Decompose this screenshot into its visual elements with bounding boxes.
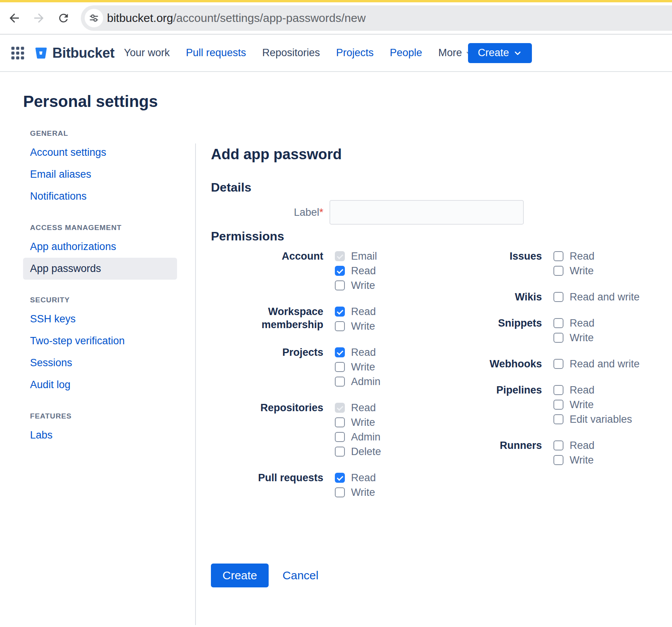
sidebar-section-general: GENERAL Account settings Email aliases N…	[23, 129, 177, 207]
create-button[interactable]: Create	[211, 564, 269, 587]
checkbox-runners-read[interactable]	[553, 440, 563, 450]
option-label: Read	[351, 347, 376, 359]
permission-options: Read Write Admin	[335, 345, 381, 389]
checkbox-projects-admin[interactable]	[335, 377, 345, 387]
permission-option: Write	[553, 263, 595, 278]
permission-group-issues: Issues Read Write	[426, 249, 660, 278]
permission-option: Read	[335, 400, 381, 415]
permission-options: Read and write	[553, 357, 640, 371]
permission-options: Read Write	[553, 316, 595, 345]
permission-option: Write	[335, 415, 381, 430]
option-label: Read	[351, 472, 376, 484]
checkbox-snippets-read[interactable]	[553, 318, 563, 328]
sidebar-section-security: SECURITY SSH keys Two-step verification …	[23, 296, 177, 396]
bitbucket-logo[interactable]: Bitbucket	[33, 45, 114, 61]
checkbox-snippets-write[interactable]	[553, 333, 563, 343]
page-title: Personal settings	[23, 92, 158, 111]
content-divider	[195, 143, 196, 625]
checkbox-projects-write[interactable]	[335, 362, 345, 372]
nav-item-people[interactable]: People	[390, 47, 422, 59]
permission-group-name: Pull requests	[211, 470, 323, 500]
option-label: Read and write	[570, 358, 640, 370]
permission-group-projects: Projects Read Write Admin	[211, 345, 426, 389]
sidebar-item-sessions[interactable]: Sessions	[23, 352, 177, 374]
permission-group-name: Webhooks	[426, 357, 542, 371]
permission-option: Read and write	[553, 357, 640, 371]
checkbox-wikis-read-write[interactable]	[553, 292, 563, 302]
sidebar-item-notifications[interactable]: Notifications	[23, 185, 177, 207]
nav-item-pull-requests[interactable]: Pull requests	[186, 47, 246, 59]
permission-group-webhooks: Webhooks Read and write	[426, 357, 660, 371]
url-text[interactable]: bitbucket.org/account/settings/app-passw…	[107, 5, 366, 31]
checkbox-pull-requests-write[interactable]	[335, 487, 345, 497]
sidebar-item-email-aliases[interactable]: Email aliases	[23, 163, 177, 185]
bitbucket-bucket-icon	[33, 45, 48, 61]
sidebar-item-account-settings[interactable]: Account settings	[23, 142, 177, 163]
checkbox-workspace-read[interactable]	[335, 307, 345, 317]
checkbox-repositories-write[interactable]	[335, 417, 345, 427]
checkbox-pull-requests-read[interactable]	[335, 473, 345, 483]
checkbox-pipelines-read[interactable]	[553, 385, 563, 395]
checkbox-pipelines-write[interactable]	[553, 400, 563, 410]
checkbox-issues-write[interactable]	[553, 266, 563, 276]
label-input[interactable]	[329, 200, 524, 225]
sidebar-heading-security: SECURITY	[30, 296, 177, 304]
nav-item-projects[interactable]: Projects	[336, 47, 374, 59]
browser-back-icon[interactable]	[7, 11, 22, 25]
checkbox-account-email[interactable]	[335, 251, 345, 261]
sidebar-item-app-passwords[interactable]: App passwords	[23, 258, 177, 280]
browser-refresh-icon[interactable]	[56, 11, 71, 25]
sidebar-item-audit-log[interactable]: Audit log	[23, 374, 177, 396]
checkbox-runners-write[interactable]	[553, 455, 563, 465]
browser-forward-icon[interactable]	[32, 11, 46, 25]
navbar-links: Your work Pull requests Repositories Pro…	[124, 35, 473, 71]
option-label: Read	[570, 250, 595, 262]
navbar-create-button[interactable]: Create	[468, 43, 532, 63]
checkbox-webhooks-read-write[interactable]	[553, 359, 563, 369]
checkbox-repositories-admin[interactable]	[335, 432, 345, 442]
sidebar-item-app-authorizations[interactable]: App authorizations	[23, 236, 177, 258]
permission-options: Read Write	[553, 438, 595, 467]
permission-group-name: Wikis	[426, 290, 542, 304]
permissions-column-left: Account Email Read Write	[211, 249, 426, 511]
option-label: Write	[351, 361, 375, 373]
checkbox-account-read[interactable]	[335, 266, 345, 276]
permission-options: Read Write Admin Delete	[335, 400, 381, 459]
permission-option: Read	[553, 438, 595, 453]
sidebar-item-ssh-keys[interactable]: SSH keys	[23, 308, 177, 330]
permissions-grid: Account Email Read Write	[211, 249, 660, 511]
option-label: Read	[570, 440, 595, 452]
permission-option: Write	[335, 485, 376, 500]
permissions-column-right: Issues Read Write Wikis	[426, 249, 660, 511]
permission-group-repositories: Repositories Read Write Admin	[211, 400, 426, 459]
option-label: Write	[351, 417, 375, 429]
checkbox-workspace-write[interactable]	[335, 321, 345, 331]
sidebar-item-labs[interactable]: Labs	[23, 424, 177, 446]
checkbox-account-write[interactable]	[335, 280, 345, 290]
checkbox-issues-read[interactable]	[553, 251, 563, 261]
address-bar[interactable]: bitbucket.org/account/settings/app-passw…	[81, 5, 672, 31]
sidebar-item-two-step-verification[interactable]: Two-step verification	[23, 330, 177, 352]
settings-sidebar: GENERAL Account settings Email aliases N…	[23, 129, 177, 462]
url-host: bitbucket.org	[107, 12, 173, 24]
checkbox-repositories-read[interactable]	[335, 403, 345, 413]
permission-options: Read Write Edit variables	[553, 383, 632, 427]
permission-group-name: Snippets	[426, 316, 542, 345]
label-field-label: Label*	[211, 207, 323, 218]
app-switcher-icon[interactable]	[11, 46, 25, 60]
label-text: Label	[294, 207, 319, 218]
site-info-icon[interactable]	[85, 9, 103, 27]
nav-item-repositories[interactable]: Repositories	[262, 47, 320, 59]
checkbox-repositories-delete[interactable]	[335, 447, 345, 457]
checkbox-projects-read[interactable]	[335, 347, 345, 357]
nav-item-your-work[interactable]: Your work	[124, 47, 170, 59]
permission-group-pipelines: Pipelines Read Write Edit variables	[426, 383, 660, 427]
option-label: Write	[351, 280, 375, 292]
checkbox-pipelines-edit-variables[interactable]	[553, 414, 563, 424]
url-path: /account/settings/app-passwords/new	[173, 12, 366, 24]
cancel-link[interactable]: Cancel	[283, 569, 318, 582]
chevron-down-icon	[513, 48, 522, 58]
sidebar-heading-general: GENERAL	[30, 129, 177, 138]
label-field-row: Label*	[211, 200, 660, 225]
permission-options: Read Write	[553, 249, 595, 278]
